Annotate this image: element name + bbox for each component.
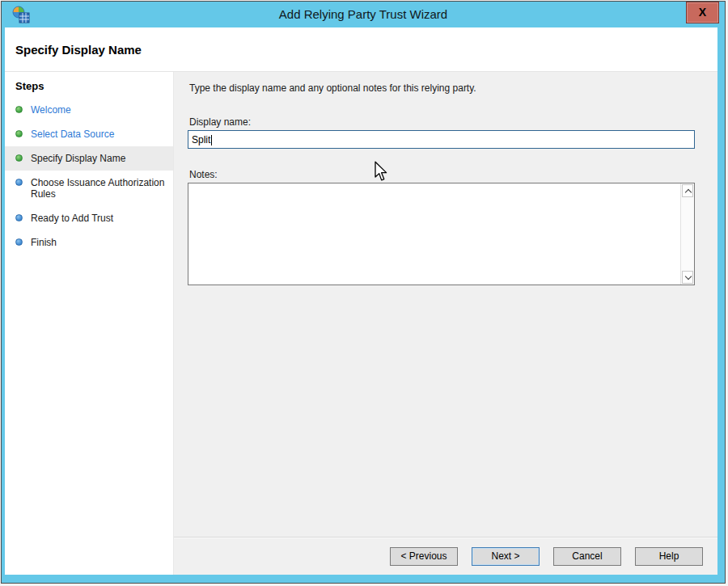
notes-textarea[interactable] bbox=[188, 183, 695, 285]
help-button[interactable]: Help bbox=[635, 547, 703, 566]
cancel-button[interactable]: Cancel bbox=[553, 547, 621, 566]
steps-list: Welcome Select Data Source Specify Displ… bbox=[5, 98, 173, 255]
chevron-up-icon bbox=[685, 189, 692, 196]
page-title: Specify Display Name bbox=[5, 27, 717, 57]
previous-button[interactable]: < Previous bbox=[390, 547, 458, 566]
footer-divider bbox=[174, 537, 717, 538]
step-item-specify-display-name: Specify Display Name bbox=[5, 146, 173, 171]
close-button[interactable]: X bbox=[686, 2, 719, 23]
next-button[interactable]: Next > bbox=[472, 547, 540, 566]
step-item-select-data-source[interactable]: Select Data Source bbox=[5, 122, 173, 146]
steps-heading: Steps bbox=[15, 80, 173, 92]
step-status-icon bbox=[15, 154, 23, 162]
display-name-label: Display name: bbox=[189, 116, 251, 128]
intro-text: Type the display name and any optional n… bbox=[189, 82, 476, 94]
chevron-down-icon bbox=[685, 273, 692, 280]
text-caret bbox=[211, 135, 212, 145]
step-item-choose-issuance-authorization-rules: Choose Issuance Authorization Rules bbox=[5, 171, 173, 206]
step-item-ready-to-add-trust: Ready to Add Trust bbox=[5, 206, 173, 230]
step-item-welcome[interactable]: Welcome bbox=[5, 98, 173, 122]
scroll-down-button[interactable] bbox=[682, 271, 693, 284]
scroll-up-button[interactable] bbox=[682, 184, 693, 197]
steps-sidebar: Steps Welcome Select Data Source Specify… bbox=[5, 72, 174, 575]
step-status-icon bbox=[15, 238, 23, 246]
close-icon: X bbox=[699, 6, 706, 19]
step-status-icon bbox=[15, 214, 23, 221]
display-name-value: Split bbox=[192, 134, 210, 145]
display-name-input[interactable]: Split bbox=[188, 130, 695, 149]
mouse-cursor-icon bbox=[374, 161, 387, 182]
step-status-icon bbox=[15, 179, 23, 186]
wizard-window: Add Relying Party Trust Wizard X Specify… bbox=[1, 1, 726, 584]
step-item-finish: Finish bbox=[5, 230, 173, 255]
notes-scrollbar[interactable] bbox=[680, 183, 694, 285]
title-bar[interactable]: Add Relying Party Trust Wizard X bbox=[2, 2, 725, 27]
notes-label: Notes: bbox=[189, 169, 218, 180]
step-status-icon bbox=[15, 106, 23, 113]
step-status-icon bbox=[15, 130, 23, 137]
footer-buttons: < Previous Next > Cancel Help bbox=[390, 547, 703, 566]
page-header: Specify Display Name bbox=[5, 27, 717, 72]
dialog-body: Specify Display Name Steps Welcome Selec… bbox=[5, 27, 717, 575]
window-title: Add Relying Party Trust Wizard bbox=[2, 7, 725, 21]
main-panel: Type the display name and any optional n… bbox=[174, 72, 717, 575]
